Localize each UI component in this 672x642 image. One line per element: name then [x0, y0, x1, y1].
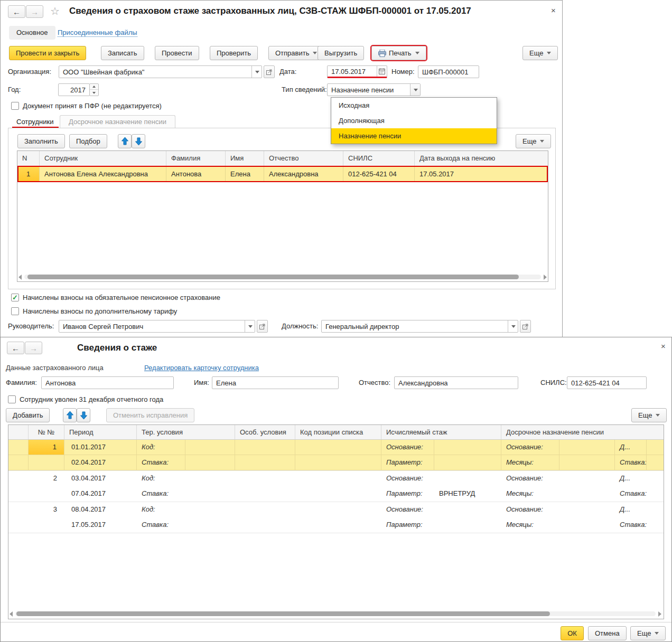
more-button-toolbar[interactable]: Еще	[522, 46, 558, 60]
tab-attached-files[interactable]: Присоединенные файлы	[58, 29, 137, 37]
cancel-button[interactable]: Отмена	[588, 626, 627, 640]
undo-corrections-button[interactable]: Отменить исправления	[106, 408, 194, 422]
lastname-field[interactable]: Антонова	[41, 376, 174, 389]
opst-checkbox[interactable]: ✓	[11, 294, 19, 301]
column-header[interactable]: СНИЛС	[343, 151, 415, 166]
close-icon[interactable]: ×	[551, 6, 556, 15]
column-header[interactable]: Код позиции списка	[295, 425, 381, 439]
table-row[interactable]: 3 08.04.2017 Код: Основание: Основание: …	[8, 502, 664, 533]
table-row[interactable]: 2 03.04.2017 Код: Основание: Основание: …	[8, 471, 664, 502]
more-button-footer[interactable]: Еще	[630, 626, 666, 640]
arrow-up-icon	[122, 137, 128, 145]
firstname-field[interactable]: Елена	[212, 376, 339, 389]
org-field[interactable]: ООО "Швейная фабрика"	[59, 65, 262, 78]
ok-button[interactable]: ОК	[561, 626, 584, 640]
forward-button[interactable]: →	[26, 5, 43, 18]
more-button-table[interactable]: Еще	[516, 134, 551, 148]
column-header[interactable]: Дата выхода на пенсию	[415, 151, 548, 166]
chevron-down-icon	[540, 140, 544, 143]
move-down-button[interactable]	[77, 408, 90, 422]
year-spinner[interactable]	[89, 83, 99, 96]
dropdown-item[interactable]: Дополняющая	[331, 113, 497, 128]
snils-field[interactable]: 012-625-421 04	[567, 376, 647, 389]
column-header[interactable]: N	[17, 151, 40, 166]
chevron-down-icon[interactable]	[410, 84, 420, 96]
send-button[interactable]: Отправить	[268, 46, 324, 60]
back-button[interactable]: ←	[7, 342, 24, 354]
table-row[interactable]: 1 Антонова Елена Александровна Антонова …	[17, 166, 548, 182]
pfr-accepted-label: Документ принят в ПФР (не редактируется)	[23, 102, 162, 110]
column-header[interactable]: Фамилия	[166, 151, 226, 166]
table-row[interactable]: 1 01.01.2017 Код: Основание: Основание: …	[8, 440, 664, 471]
scroll-thumb[interactable]	[27, 275, 519, 279]
column-header[interactable]: Особ. условия	[235, 425, 295, 439]
column-header[interactable]: Период	[64, 425, 137, 439]
move-down-button[interactable]	[132, 134, 145, 148]
date-field[interactable]: 17.05.2017	[327, 65, 387, 78]
periods-hscrollbar[interactable]	[10, 610, 661, 617]
check-button[interactable]: Проверить	[210, 46, 258, 60]
scroll-thumb[interactable]	[16, 611, 550, 616]
position-label: Должность:	[282, 320, 318, 333]
column-header[interactable]: Отчество	[264, 151, 343, 166]
spin-down-icon[interactable]	[90, 90, 98, 96]
middlename-label: Отчество:	[359, 376, 390, 389]
position-field[interactable]: Генеральный директор	[321, 320, 518, 333]
chevron-down-icon[interactable]	[508, 320, 518, 332]
favorite-star-icon[interactable]: ☆	[50, 5, 60, 17]
back-icon: ←	[12, 344, 20, 353]
year-label: Год:	[8, 83, 21, 96]
print-button[interactable]: Печать	[371, 46, 426, 60]
number-field[interactable]: ШФБП-000001	[418, 65, 479, 78]
column-header[interactable]: Тер. условия	[137, 425, 235, 439]
column-header[interactable]: Досрочное назначение пенсии	[501, 425, 664, 439]
chevron-down-icon	[313, 52, 317, 54]
head-label: Руководитель:	[8, 320, 54, 333]
head-field[interactable]: Иванов Сергей Петрович	[59, 320, 255, 333]
fill-button[interactable]: Заполнить	[17, 134, 65, 148]
pick-button[interactable]: Подбор	[69, 134, 107, 148]
employees-hscrollbar[interactable]	[18, 273, 547, 280]
tab-early-pension[interactable]: Досрочное назначение пенсии	[60, 115, 175, 128]
post-button[interactable]: Провести	[155, 46, 199, 60]
middlename-field[interactable]: Александровна	[394, 376, 518, 389]
employees-table-header: N Сотрудник Фамилия Имя Отчество СНИЛС Д…	[17, 151, 548, 166]
year-field[interactable]: 2017	[58, 83, 90, 96]
more-button[interactable]: Еще	[631, 408, 667, 422]
dropdown-item-selected[interactable]: Назначение пенсии	[331, 128, 497, 144]
column-header[interactable]: Сотрудник	[40, 151, 166, 166]
scroll-left-icon[interactable]	[18, 275, 22, 280]
add-button[interactable]: Добавить	[6, 408, 50, 422]
write-button[interactable]: Записать	[101, 46, 144, 60]
close-icon[interactable]: ×	[661, 342, 666, 351]
pfr-accepted-checkbox[interactable]	[11, 102, 19, 110]
post-and-close-button[interactable]: Провести и закрыть	[9, 46, 86, 60]
column-header[interactable]: Имя	[226, 151, 264, 166]
move-up-button[interactable]	[118, 134, 132, 148]
scroll-right-icon[interactable]	[544, 275, 547, 280]
dropdown-item[interactable]: Исходная	[331, 98, 497, 113]
spin-up-icon[interactable]	[90, 84, 98, 90]
column-header[interactable]: № №	[29, 425, 64, 439]
tab-main[interactable]: Основное	[9, 26, 55, 40]
scroll-left-icon[interactable]	[10, 611, 13, 617]
head-open-button[interactable]	[257, 320, 268, 333]
extra-tariff-checkbox[interactable]	[11, 307, 19, 315]
forward-button[interactable]: →	[25, 342, 42, 354]
position-open-button[interactable]	[520, 320, 531, 333]
info-type-dropdown: Исходная Дополняющая Назначение пенсии	[331, 97, 497, 144]
move-up-button[interactable]	[63, 408, 77, 422]
calendar-icon[interactable]	[377, 66, 387, 77]
column-header[interactable]: Исчисляемый стаж	[381, 425, 501, 439]
org-open-button[interactable]	[264, 65, 275, 78]
info-type-combobox[interactable]: Назначение пенсии	[327, 83, 421, 96]
forward-icon: →	[30, 344, 38, 353]
export-button[interactable]: Выгрузить	[318, 46, 364, 60]
edit-employee-card-link[interactable]: Редактировать карточку сотрудника	[144, 364, 259, 372]
chevron-down-icon[interactable]	[245, 320, 255, 332]
number-label: Номер:	[391, 65, 415, 78]
scroll-right-icon[interactable]	[658, 611, 661, 617]
back-button[interactable]: ←	[8, 5, 25, 18]
chevron-down-icon[interactable]	[251, 66, 262, 78]
fired-checkbox[interactable]	[8, 395, 16, 403]
